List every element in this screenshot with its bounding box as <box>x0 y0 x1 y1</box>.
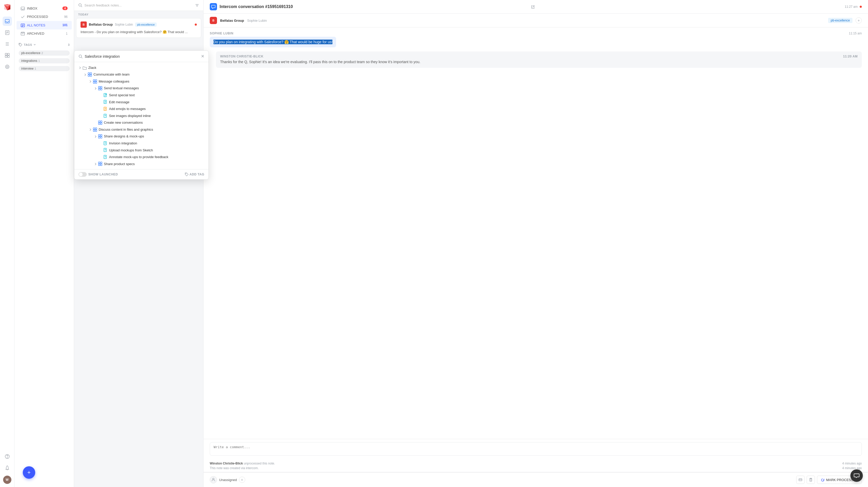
message-meta: SOPHIE LUBIN 11:15 am <box>210 32 862 35</box>
tag-count-interview: 1 <box>34 67 36 70</box>
inbox-nav-icon[interactable] <box>3 17 12 26</box>
sidebar-item-inbox[interactable]: INBOX 4 <box>17 4 72 13</box>
feed: TODAY B Belfalas Group Sophie Lubin pb-e… <box>74 0 204 487</box>
toggle-switch[interactable] <box>79 172 87 177</box>
svg-rect-22 <box>21 33 25 35</box>
sidebar-item-all-notes[interactable]: ALL NOTES 101 <box>17 21 72 30</box>
filter-icon[interactable] <box>195 3 199 7</box>
doc-icon <box>103 141 107 145</box>
svg-rect-63 <box>93 128 95 129</box>
archived-count: 1 <box>66 32 68 35</box>
tree-item-share-specs[interactable]: Share product specs <box>74 160 209 167</box>
doc-icon-orange <box>103 107 107 111</box>
svg-rect-42 <box>98 89 100 90</box>
tree-item-edit-message[interactable]: Edit message <box>74 99 209 105</box>
tags-header[interactable]: TAGS 3 <box>19 42 70 47</box>
reply-text: Thanks for the Q, Sophie! It's an idea w… <box>220 59 858 65</box>
message-sender: SOPHIE LUBIN <box>210 32 233 35</box>
move-icon-button[interactable] <box>796 476 805 484</box>
feature-search-overlay: ✕ Zlack <box>74 51 209 180</box>
svg-rect-64 <box>95 128 97 129</box>
tree-item-invision[interactable]: Invision integration <box>74 140 209 147</box>
search-input[interactable] <box>85 3 193 7</box>
tree-item-zlack-label: Zlack <box>88 66 204 70</box>
convo-company-name: Belfalas Group <box>220 19 244 23</box>
doc-icon <box>103 100 107 104</box>
clear-search-button[interactable]: ✕ <box>201 54 204 59</box>
external-link-icon[interactable] <box>531 5 535 9</box>
right-footer: Unassigned + <box>204 472 868 487</box>
add-fab-button[interactable]: + <box>23 466 35 479</box>
list-nav-icon[interactable] <box>3 39 12 48</box>
sidebar-item-archived[interactable]: ARCHIVED 1 <box>17 30 72 38</box>
search-icon <box>78 3 82 7</box>
tree-item-communicate[interactable]: Communicate with team <box>74 71 209 78</box>
convo-body: SOPHIE LUBIN 11:15 am Do you plan on int… <box>204 27 868 439</box>
chevron-right-icon <box>89 128 93 131</box>
source-icon <box>210 3 217 10</box>
tree-item-message-colleagues[interactable]: Message colleagues <box>74 78 209 85</box>
dashboard-nav-icon[interactable] <box>3 51 12 60</box>
assignee-icon <box>210 476 217 483</box>
svg-rect-70 <box>100 137 102 138</box>
svg-rect-69 <box>98 137 100 138</box>
tag-interview[interactable]: interview 1 <box>19 66 70 71</box>
doc-icon <box>103 148 107 153</box>
refresh-icon <box>821 478 825 482</box>
tree-item-create-convo[interactable]: Create new conversations <box>74 119 209 126</box>
svg-rect-10 <box>7 53 9 55</box>
svg-rect-32 <box>88 73 90 74</box>
live-indicator <box>860 6 862 8</box>
svg-rect-11 <box>5 56 7 58</box>
svg-point-24 <box>20 44 20 44</box>
tag-pb-excellence[interactable]: pb-excellence 2 <box>19 51 70 56</box>
notes-nav-icon[interactable] <box>3 28 12 37</box>
delete-icon-button[interactable] <box>807 476 815 484</box>
chat-widget-button[interactable] <box>850 469 863 482</box>
svg-rect-12 <box>7 56 9 58</box>
tree-item-zlack[interactable]: Zlack <box>74 64 209 71</box>
tag-integrations[interactable]: integrations 1 <box>19 58 70 63</box>
add-tag-button[interactable]: ADD TAG <box>185 172 204 176</box>
tree-item-send-textual[interactable]: Send textual messages <box>74 85 209 92</box>
feature-search-header: ✕ <box>74 51 209 62</box>
sidebar-item-processed[interactable]: PROCESSED 96 <box>17 13 72 21</box>
all-notes-label: ALL NOTES <box>27 23 62 27</box>
svg-rect-37 <box>95 80 97 81</box>
chevron-right-icon <box>79 66 83 70</box>
add-assignee-button[interactable]: + <box>239 477 245 483</box>
message-bubble: Do you plan on integrating with Salesfor… <box>210 37 336 47</box>
app-logo[interactable] <box>3 3 12 12</box>
feature-search-input[interactable] <box>85 54 199 59</box>
add-tag-small-button[interactable]: + <box>856 17 862 24</box>
comment-input[interactable] <box>210 442 862 456</box>
feature-footer: SHOW LAUNCHED ADD TAG <box>74 169 209 179</box>
message-time: 11:15 am <box>849 32 862 35</box>
unread-dot <box>195 24 197 26</box>
tree-item-send-textual-label: Send textual messages <box>104 86 204 90</box>
tree-item-share-designs[interactable]: Share designs & mock-ups <box>74 133 209 140</box>
show-launched-toggle[interactable]: SHOW LAUNCHED <box>79 172 118 177</box>
tree-item-send-special[interactable]: Send special text <box>74 92 209 99</box>
help-nav-icon[interactable] <box>3 452 12 461</box>
tree-item-add-emojis[interactable]: Add emojis to messages <box>74 105 209 112</box>
svg-rect-89 <box>810 479 812 481</box>
tree-item-discuss-content[interactable]: Discuss content in files and graphics <box>74 126 209 133</box>
note-card[interactable]: B Belfalas Group Sophie Lubin pb-excelle… <box>76 18 201 38</box>
filter-nav-icon[interactable] <box>3 62 12 71</box>
header-time: 11:27 am <box>845 5 858 8</box>
svg-rect-80 <box>98 162 100 164</box>
svg-rect-81 <box>100 162 102 164</box>
svg-point-25 <box>79 4 81 6</box>
tree-item-images-inline-label: See images displayed inline <box>109 114 204 118</box>
user-avatar[interactable]: W <box>3 476 11 484</box>
convo-tag[interactable]: pb-excellence <box>828 18 852 23</box>
note-tag[interactable]: pb-excellence <box>135 23 157 27</box>
bell-nav-icon[interactable] <box>3 463 12 473</box>
svg-rect-66 <box>95 130 97 131</box>
tree-item-images-inline[interactable]: See images displayed inline <box>74 112 209 119</box>
message-sophie: SOPHIE LUBIN 11:15 am Do you plan on int… <box>210 32 862 47</box>
tree-item-upload-mockups[interactable]: Upload mockups from Sketch <box>74 147 209 154</box>
tree-item-annotate[interactable]: Annotate mock-ups to provide feedback <box>74 154 209 160</box>
grid-icon <box>88 72 92 77</box>
